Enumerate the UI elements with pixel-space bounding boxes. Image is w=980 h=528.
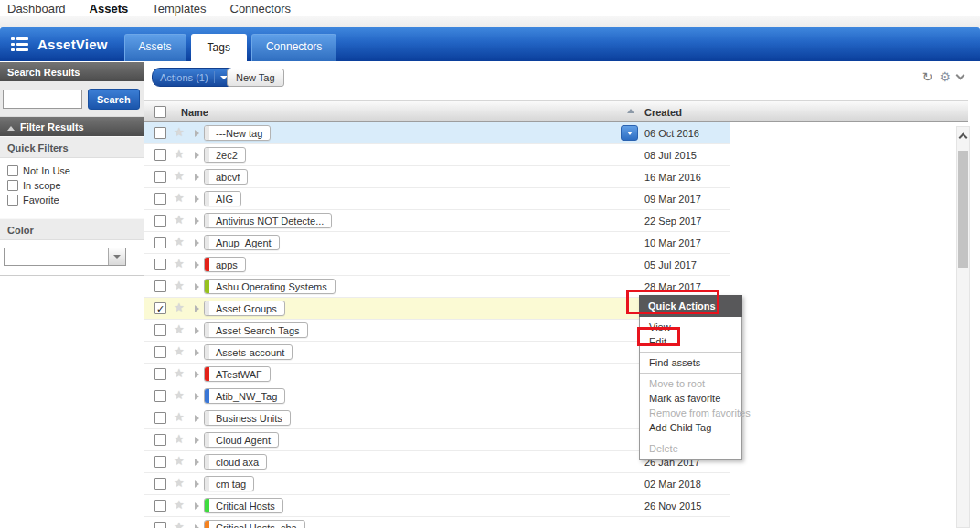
row-checkbox[interactable] xyxy=(154,390,166,402)
expand-icon[interactable] xyxy=(195,327,199,334)
expand-icon[interactable] xyxy=(195,524,199,528)
select-all-checkbox[interactable] xyxy=(154,106,166,118)
row-checkbox[interactable] xyxy=(154,500,166,512)
star-icon[interactable]: ★ xyxy=(174,410,185,424)
row-checkbox[interactable] xyxy=(154,215,166,227)
menu-item-view[interactable]: View xyxy=(640,320,741,334)
star-icon[interactable]: ★ xyxy=(174,454,185,468)
star-icon[interactable]: ★ xyxy=(174,301,185,314)
row-checkbox[interactable] xyxy=(154,193,166,205)
filter-results-header[interactable]: Filter Results xyxy=(0,117,144,136)
row-checkbox[interactable] xyxy=(154,127,166,139)
row-checkbox[interactable] xyxy=(154,259,166,270)
row-checkbox[interactable] xyxy=(154,456,166,468)
chevron-down-icon[interactable] xyxy=(108,248,125,265)
expand-icon[interactable] xyxy=(195,283,199,290)
star-icon[interactable]: ★ xyxy=(174,366,185,380)
menu-item-edit[interactable]: Edit xyxy=(640,334,741,349)
filter-checkbox-not-in-use[interactable]: Not In Use xyxy=(7,165,136,176)
top-nav-item-connectors[interactable]: Connectors xyxy=(230,2,291,16)
star-icon[interactable]: ★ xyxy=(174,279,185,292)
row-checkbox[interactable] xyxy=(154,171,166,183)
column-header-created[interactable]: Created xyxy=(644,107,682,118)
menu-item-add-child-tag[interactable]: Add Child Tag xyxy=(640,420,741,435)
star-icon[interactable]: ★ xyxy=(174,257,185,270)
tab-tags[interactable]: Tags xyxy=(191,34,247,61)
refresh-icon[interactable]: ↻ xyxy=(922,70,933,83)
row-checkbox[interactable] xyxy=(154,434,166,446)
checkbox[interactable] xyxy=(7,165,18,176)
star-icon[interactable]: ★ xyxy=(174,213,185,227)
star-icon[interactable]: ★ xyxy=(174,169,185,183)
top-nav-item-assets[interactable]: Assets xyxy=(90,2,129,16)
expand-icon[interactable] xyxy=(195,480,199,488)
menu-item-mark-as-favorite[interactable]: Mark as favorite xyxy=(640,391,741,406)
menu-item-find-assets[interactable]: Find assets xyxy=(640,355,741,370)
filter-checkbox-in-scope[interactable]: In scope xyxy=(7,180,136,191)
star-icon[interactable]: ★ xyxy=(174,432,185,446)
row-checkbox[interactable] xyxy=(154,237,166,248)
expand-icon[interactable] xyxy=(195,152,199,159)
expand-icon[interactable] xyxy=(195,459,199,466)
table-row-abcvf[interactable]: ★ abcvf 16 Mar 2016 xyxy=(144,166,730,188)
vertical-scrollbar[interactable] xyxy=(956,126,970,528)
tab-assets[interactable]: Assets xyxy=(124,34,186,61)
expand-icon[interactable] xyxy=(195,349,199,356)
star-icon[interactable]: ★ xyxy=(174,322,185,336)
scroll-up-icon[interactable] xyxy=(959,133,968,143)
row-checkbox[interactable]: ✓ xyxy=(154,302,166,314)
top-nav-item-templates[interactable]: Templates xyxy=(152,2,206,16)
row-actions-dropdown[interactable] xyxy=(621,125,638,141)
new-tag-button[interactable]: New Tag xyxy=(227,69,284,87)
chevron-down-icon[interactable] xyxy=(956,71,965,80)
expand-icon[interactable] xyxy=(195,195,199,203)
filter-checkbox-favorite[interactable]: Favorite xyxy=(7,195,136,206)
table-row-cm-tag[interactable]: ★ cm tag 02 Mar 2018 xyxy=(144,473,730,495)
row-checkbox[interactable] xyxy=(154,324,166,336)
row-checkbox[interactable] xyxy=(154,280,166,292)
expand-icon[interactable] xyxy=(195,437,199,444)
table-row-apps[interactable]: ★ apps 05 Jul 2017 xyxy=(144,254,730,276)
expand-icon[interactable] xyxy=(195,130,199,137)
menu-icon[interactable] xyxy=(11,37,28,51)
expand-icon[interactable] xyxy=(195,502,199,510)
checkbox[interactable] xyxy=(7,195,18,206)
star-icon[interactable]: ★ xyxy=(174,147,185,161)
table-row-anup-agent[interactable]: ★ Anup_Agent 10 Mar 2017 xyxy=(144,232,730,254)
star-icon[interactable]: ★ xyxy=(174,476,185,490)
table-row-antivirus-not-detecte[interactable]: ★ Antivirus NOT Detecte... 22 Sep 2017 xyxy=(144,210,730,232)
table-row-aig[interactable]: ★ AIG 09 Mar 2017 xyxy=(144,188,730,210)
tab-connectors[interactable]: Connectors xyxy=(251,34,336,61)
column-header-name[interactable]: Name xyxy=(181,107,208,118)
table-row-critical-hosts[interactable]: ★ Critical Hosts 26 Nov 2015 xyxy=(144,495,730,517)
table-row-critical-hosts-cha[interactable]: ★ Critical Hosts_cha xyxy=(144,517,730,528)
search-button[interactable]: Search xyxy=(88,89,140,110)
star-icon[interactable]: ★ xyxy=(174,125,185,139)
expand-icon[interactable] xyxy=(195,239,199,247)
search-input[interactable] xyxy=(3,90,82,109)
table-row-new-tag[interactable]: ★ ---New tag 06 Oct 2016 xyxy=(144,122,730,144)
scrollbar-thumb[interactable] xyxy=(958,151,968,268)
star-icon[interactable]: ★ xyxy=(174,520,185,528)
expand-icon[interactable] xyxy=(195,305,199,312)
expand-icon[interactable] xyxy=(195,415,199,422)
star-icon[interactable]: ★ xyxy=(174,388,185,402)
actions-dropdown-button[interactable]: Actions (1) xyxy=(152,68,236,87)
expand-icon[interactable] xyxy=(195,371,199,378)
star-icon[interactable]: ★ xyxy=(174,235,185,248)
expand-icon[interactable] xyxy=(195,217,199,225)
row-checkbox[interactable] xyxy=(154,412,166,424)
checkbox[interactable] xyxy=(7,180,18,191)
row-checkbox[interactable] xyxy=(154,478,166,490)
gear-icon[interactable]: ⚙ xyxy=(939,70,951,83)
row-checkbox[interactable] xyxy=(154,368,166,380)
star-icon[interactable]: ★ xyxy=(174,344,185,358)
top-nav-item-dashboard[interactable]: Dashboard xyxy=(7,2,66,16)
star-icon[interactable]: ★ xyxy=(174,191,185,205)
expand-icon[interactable] xyxy=(195,174,199,181)
star-icon[interactable]: ★ xyxy=(174,498,185,512)
expand-icon[interactable] xyxy=(195,261,199,269)
expand-icon[interactable] xyxy=(195,393,199,400)
row-checkbox[interactable] xyxy=(154,522,166,528)
table-row-2ec2[interactable]: ★ 2ec2 08 Jul 2015 xyxy=(144,144,730,166)
